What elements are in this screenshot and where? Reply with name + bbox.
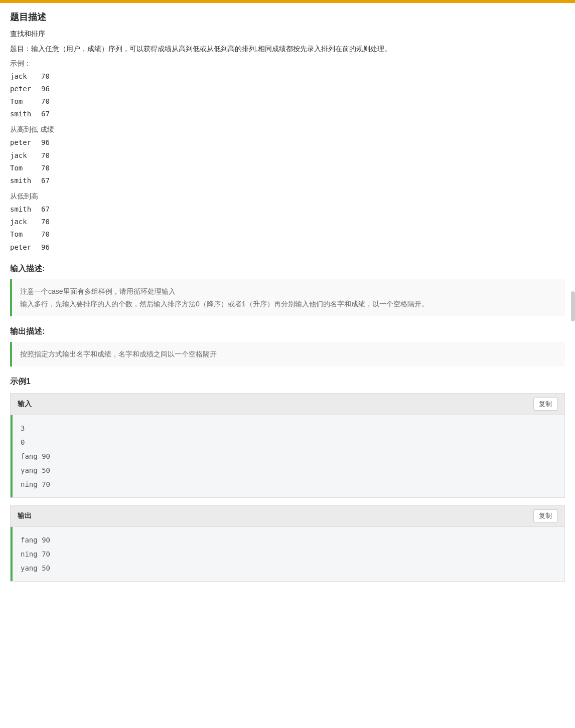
output-desc-label: 输出描述:	[10, 326, 565, 337]
lth-score-4: 96	[41, 241, 50, 254]
problem-body: 题目：输入任意（用户，成绩）序列，可以获得成绩从高到低或从低到高的排列,相同成绩…	[10, 43, 565, 55]
lth-name-3: Tom	[10, 228, 35, 241]
low-to-high-label: 从低到高	[10, 192, 565, 201]
input-block: 输入 复制 3 0 fang 90 yang 50 ning 70	[10, 393, 565, 498]
output-copy-button[interactable]: 复制	[533, 509, 557, 522]
low-to-high-data: smith 67 jack 70 Tom 70 peter 96	[10, 203, 565, 254]
input-block-label: 输入	[18, 400, 32, 409]
ex-name-1: jack	[10, 70, 35, 83]
ex-score-3: 70	[41, 95, 50, 108]
ex-score-1: 70	[41, 70, 50, 83]
output-block-content: fang 90 ning 70 yang 50	[11, 527, 564, 581]
htl-name-3: Tom	[10, 162, 35, 174]
output-line-1: fang 90	[21, 533, 556, 547]
input-desc-line-1: 注意一个case里面有多组样例，请用循环处理输入	[20, 285, 557, 298]
lth-name-4: peter	[10, 241, 35, 254]
htl-row-2: jack 70	[10, 149, 565, 162]
htl-name-2: jack	[10, 149, 35, 162]
htl-score-1: 96	[41, 136, 50, 149]
category: 查找和排序	[10, 28, 565, 40]
lth-score-1: 67	[41, 203, 50, 216]
input-block-header: 输入 复制	[11, 394, 564, 415]
high-to-low-label: 从高到低 成绩	[10, 125, 565, 134]
input-copy-button[interactable]: 复制	[533, 398, 557, 411]
output-desc-box: 按照指定方式输出名字和成绩，名字和成绩之间以一个空格隔开	[10, 342, 565, 367]
htl-score-4: 67	[41, 174, 50, 187]
lth-row-4: peter 96	[10, 241, 565, 254]
input-block-content: 3 0 fang 90 yang 50 ning 70	[11, 415, 564, 497]
output-block: 输出 复制 fang 90 ning 70 yang 50	[10, 505, 565, 582]
example-label: 示例：	[10, 59, 565, 68]
ex-score-4: 67	[41, 108, 50, 120]
ex-name-3: Tom	[10, 95, 35, 108]
lth-score-3: 70	[41, 228, 50, 241]
example-row-3: Tom 70	[10, 95, 565, 108]
input-line-1: 3	[21, 421, 556, 435]
high-to-low-data: peter 96 jack 70 Tom 70 smith 67	[10, 136, 565, 187]
output-block-header: 输出 复制	[11, 505, 564, 527]
lth-score-2: 70	[41, 216, 50, 228]
output-desc-line-1: 按照指定方式输出名字和成绩，名字和成绩之间以一个空格隔开	[20, 348, 557, 360]
input-line-4: yang 50	[21, 463, 556, 477]
example-row-1: jack 70	[10, 70, 565, 83]
input-desc-box: 注意一个case里面有多组样例，请用循环处理输入 输入多行，先输入要排序的人的个…	[10, 279, 565, 316]
input-desc-label: 输入描述:	[10, 264, 565, 274]
htl-row-1: peter 96	[10, 136, 565, 149]
lth-row-2: jack 70	[10, 216, 565, 228]
example1-title: 示例1	[10, 377, 565, 387]
example-row-2: peter 96	[10, 83, 565, 95]
example-row-4: smith 67	[10, 108, 565, 120]
htl-name-4: smith	[10, 174, 35, 187]
scrollbar	[571, 291, 575, 321]
output-line-2: ning 70	[21, 547, 556, 561]
htl-score-3: 70	[41, 162, 50, 174]
input-line-5: ning 70	[21, 477, 556, 491]
htl-row-3: Tom 70	[10, 162, 565, 174]
ex-score-2: 96	[41, 83, 50, 95]
ex-name-2: peter	[10, 83, 35, 95]
input-desc-line-2: 输入多行，先输入要排序的人的个数，然后输入排序方法0（降序）或者1（升序）再分别…	[20, 298, 557, 310]
ex-name-4: smith	[10, 108, 35, 120]
htl-row-4: smith 67	[10, 174, 565, 187]
htl-score-2: 70	[41, 149, 50, 162]
page-container: 题目描述 查找和排序 题目：输入任意（用户，成绩）序列，可以获得成绩从高到低或从…	[0, 3, 575, 602]
lth-name-2: jack	[10, 216, 35, 228]
lth-row-3: Tom 70	[10, 228, 565, 241]
input-line-3: fang 90	[21, 449, 556, 463]
problem-description-section: 题目描述 查找和排序 题目：输入任意（用户，成绩）序列，可以获得成绩从高到低或从…	[10, 11, 565, 254]
output-line-3: yang 50	[21, 561, 556, 575]
section-title: 题目描述	[10, 11, 565, 23]
example-input-data: jack 70 peter 96 Tom 70 smith 67	[10, 70, 565, 121]
output-block-label: 输出	[18, 511, 32, 520]
input-line-2: 0	[21, 435, 556, 449]
lth-row-1: smith 67	[10, 203, 565, 216]
htl-name-1: peter	[10, 136, 35, 149]
lth-name-1: smith	[10, 203, 35, 216]
